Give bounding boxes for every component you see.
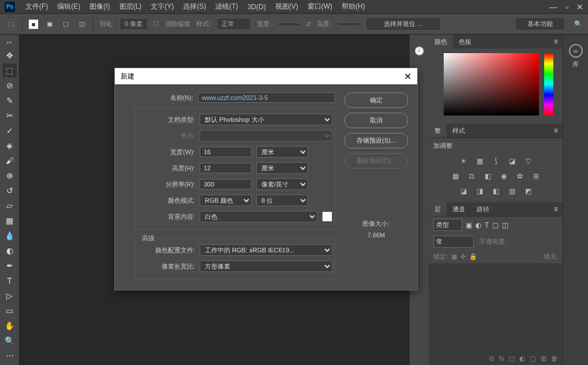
selectivecolor-icon[interactable]: ◩ bbox=[523, 186, 533, 196]
doctype-select[interactable]: 默认 Photoshop 大小 bbox=[200, 114, 332, 125]
history-brush-icon[interactable]: ↺ bbox=[3, 184, 17, 198]
profile-select[interactable]: 工作中的 RGB: sRGB IEC619... bbox=[200, 244, 332, 256]
menu-layer[interactable]: 图层(L) bbox=[115, 2, 147, 12]
channelmixer-icon[interactable]: ✿ bbox=[515, 171, 525, 181]
swap-icon[interactable]: ⇄ bbox=[306, 20, 311, 28]
panel-menu-icon[interactable]: ≡ bbox=[549, 205, 563, 213]
link-icon[interactable]: ⊘ bbox=[489, 355, 495, 363]
history-panel-icon[interactable]: 🕘 bbox=[414, 46, 424, 55]
selection-subtract-icon[interactable]: ▢ bbox=[61, 19, 71, 29]
select-and-mask-button[interactable]: 选择并遮住 ... bbox=[366, 17, 440, 31]
dialog-titlebar[interactable]: 新建 ✕ bbox=[115, 68, 417, 84]
lock-pixels-icon[interactable]: ▦ bbox=[451, 253, 457, 260]
panel-menu-icon[interactable]: ≡ bbox=[549, 38, 563, 46]
style-select[interactable]: 正常 bbox=[216, 18, 251, 30]
filter-smart-icon[interactable]: ◫ bbox=[502, 221, 508, 229]
dodge-tool-icon[interactable]: ◐ bbox=[3, 244, 17, 258]
mask-icon[interactable]: ◻ bbox=[509, 355, 515, 363]
menu-file[interactable]: 文件(F) bbox=[21, 2, 53, 12]
libraries-label[interactable]: 库 bbox=[572, 60, 579, 69]
stamp-tool-icon[interactable]: ⊕ bbox=[3, 169, 17, 182]
adjustment-layer-icon[interactable]: ◐ bbox=[519, 355, 525, 363]
menu-edit[interactable]: 编辑(E) bbox=[53, 2, 85, 12]
healing-tool-icon[interactable]: ◈ bbox=[3, 139, 17, 152]
filter-type-icon[interactable]: T bbox=[485, 221, 489, 229]
rectangle-tool-icon[interactable]: ▭ bbox=[3, 304, 17, 318]
lock-position-icon[interactable]: ✜ bbox=[460, 253, 466, 260]
crop-tool-icon[interactable]: ✂ bbox=[3, 109, 17, 122]
height-input[interactable] bbox=[200, 163, 252, 173]
new-layer-icon[interactable]: ⊞ bbox=[541, 355, 546, 363]
tab-paths[interactable]: 路径 bbox=[471, 202, 495, 216]
minimize-icon[interactable]: — bbox=[549, 2, 557, 12]
type-tool-icon[interactable]: T bbox=[3, 274, 17, 288]
hand-tool-icon[interactable]: ✋ bbox=[3, 319, 17, 333]
quickselect-tool-icon[interactable]: ✎ bbox=[3, 94, 17, 107]
tab-layers[interactable]: 层 bbox=[429, 202, 447, 216]
brightness-icon[interactable]: ☀ bbox=[458, 156, 469, 166]
eyedropper-tool-icon[interactable]: ✓ bbox=[3, 124, 17, 137]
zoom-tool-icon[interactable]: 🔍 bbox=[3, 334, 17, 348]
brush-tool-icon[interactable]: 🖌 bbox=[3, 154, 17, 167]
posterize-icon[interactable]: ◨ bbox=[474, 186, 485, 196]
menu-view[interactable]: 视图(V) bbox=[271, 2, 303, 12]
cancel-button[interactable]: 取消 bbox=[344, 113, 408, 128]
gradient-tool-icon[interactable]: ▦ bbox=[3, 214, 17, 228]
maximize-icon[interactable]: ▫ bbox=[565, 2, 568, 12]
tab-color[interactable]: 颜色 bbox=[429, 35, 453, 49]
edit-toolbar-icon[interactable]: ⋯ bbox=[3, 349, 17, 363]
save-preset-button[interactable]: 存储预设(S)... bbox=[344, 133, 408, 148]
search-icon[interactable]: 🔍 bbox=[574, 20, 582, 28]
gradientmap-icon[interactable]: ▥ bbox=[507, 186, 517, 196]
layer-kind-select[interactable]: 类型 bbox=[433, 219, 462, 231]
exposure-icon[interactable]: ◪ bbox=[507, 156, 517, 166]
tab-channels[interactable]: 通道 bbox=[447, 202, 471, 216]
panel-menu-icon[interactable]: ≡ bbox=[549, 126, 563, 135]
menu-window[interactable]: 窗口(W) bbox=[303, 2, 337, 12]
lasso-tool-icon[interactable]: ⊘ bbox=[3, 79, 17, 92]
marquee-tool-icon[interactable]: ⬚ bbox=[3, 64, 17, 77]
width-input[interactable] bbox=[200, 147, 252, 157]
levels-icon[interactable]: ▦ bbox=[474, 156, 485, 166]
marquee-tool-icon[interactable]: ⬚ bbox=[6, 19, 16, 29]
bgcontent-select[interactable]: 白色 bbox=[200, 211, 317, 222]
curves-icon[interactable]: ⟆ bbox=[490, 156, 501, 166]
lock-all-icon[interactable]: 🔒 bbox=[469, 253, 477, 260]
tab-swatches[interactable]: 色板 bbox=[453, 35, 477, 49]
pen-tool-icon[interactable]: ✒ bbox=[3, 259, 17, 273]
width-unit-select[interactable]: 厘米 bbox=[256, 146, 308, 158]
path-select-icon[interactable]: ▷ bbox=[3, 289, 17, 303]
blur-tool-icon[interactable]: 💧 bbox=[3, 229, 17, 243]
fx-icon[interactable]: fx bbox=[499, 355, 504, 363]
close-icon[interactable]: ✕ bbox=[576, 2, 583, 12]
aspect-select[interactable]: 方形像素 bbox=[200, 260, 332, 272]
resolution-unit-select[interactable]: 像素/英寸 bbox=[256, 178, 308, 190]
filter-image-icon[interactable]: ▣ bbox=[466, 221, 472, 229]
photofilter-icon[interactable]: ◉ bbox=[499, 171, 509, 181]
menu-filter[interactable]: 滤镜(T) bbox=[211, 2, 242, 12]
selection-add-icon[interactable]: ▣ bbox=[44, 19, 55, 29]
menu-image[interactable]: 图像(I) bbox=[85, 2, 114, 12]
hue-slider[interactable] bbox=[544, 53, 553, 116]
workspace-switcher[interactable]: 基本功能 bbox=[515, 17, 565, 31]
menu-select[interactable]: 选择(S) bbox=[178, 2, 211, 12]
bg-color-swatch[interactable] bbox=[322, 211, 332, 222]
menu-type[interactable]: 文字(Y) bbox=[146, 2, 178, 12]
filter-adjust-icon[interactable]: ◐ bbox=[475, 221, 481, 229]
color-field[interactable] bbox=[444, 53, 539, 116]
name-input[interactable] bbox=[198, 92, 335, 103]
eraser-tool-icon[interactable]: ▱ bbox=[3, 199, 17, 213]
invert-icon[interactable]: ◪ bbox=[458, 186, 469, 196]
threshold-icon[interactable]: ◧ bbox=[490, 186, 501, 196]
ok-button[interactable]: 确定 bbox=[344, 92, 408, 108]
selection-intersect-icon[interactable]: ◫ bbox=[77, 19, 87, 29]
delete-icon[interactable]: 🗑 bbox=[551, 355, 558, 363]
group-icon[interactable]: ▢ bbox=[530, 355, 536, 363]
selection-new-icon[interactable]: ■ bbox=[28, 19, 39, 29]
feather-input[interactable]: 0 像素 bbox=[119, 18, 148, 30]
tab-styles[interactable]: 样式 bbox=[447, 124, 471, 137]
tab-adjustments[interactable]: 整 bbox=[429, 124, 447, 137]
resolution-input[interactable] bbox=[200, 179, 252, 189]
dialog-close-icon[interactable]: ✕ bbox=[404, 71, 411, 82]
cc-libraries-icon[interactable]: ∞ bbox=[569, 44, 583, 58]
